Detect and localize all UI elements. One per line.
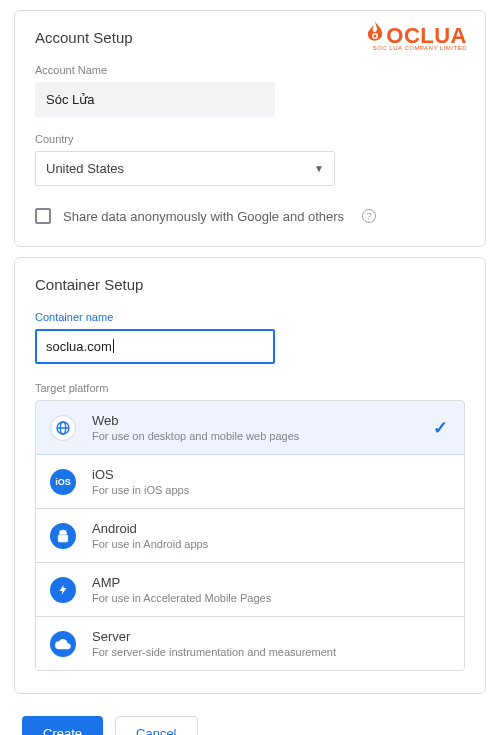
target-platform-label: Target platform xyxy=(35,382,465,394)
flame-icon xyxy=(365,21,385,45)
account-name-label: Account Name xyxy=(35,64,465,76)
country-select[interactable]: United States ▼ xyxy=(35,151,335,186)
share-data-checkbox[interactable] xyxy=(35,208,51,224)
account-setup-card: OCLUA SOC LUA COMPANY LIMITED Account Se… xyxy=(14,10,486,247)
platform-title: Server xyxy=(92,629,336,644)
platform-title: Android xyxy=(92,521,208,536)
platform-desc: For use on desktop and mobile web pages xyxy=(92,430,299,442)
platform-desc: For use in Accelerated Mobile Pages xyxy=(92,592,271,604)
platform-title: Web xyxy=(92,413,299,428)
cancel-button[interactable]: Cancel xyxy=(115,716,197,735)
container-setup-card: Container Setup Container name soclua.co… xyxy=(14,257,486,694)
account-name-input[interactable]: Sóc Lửa xyxy=(35,82,275,117)
android-icon xyxy=(50,523,76,549)
ios-icon: iOS xyxy=(50,469,76,495)
container-name-input[interactable]: soclua.com xyxy=(35,329,275,364)
platform-desc: For use in Android apps xyxy=(92,538,208,550)
help-icon[interactable]: ? xyxy=(362,209,376,223)
text-cursor-icon xyxy=(113,339,114,353)
platform-title: iOS xyxy=(92,467,189,482)
container-name-label: Container name xyxy=(35,311,465,323)
share-data-label: Share data anonymously with Google and o… xyxy=(63,209,344,224)
container-name-value: soclua.com xyxy=(46,339,112,354)
platform-desc: For server-side instrumentation and meas… xyxy=(92,646,336,658)
chevron-down-icon: ▼ xyxy=(314,163,324,174)
country-value: United States xyxy=(46,161,124,176)
platform-option-android[interactable]: Android For use in Android apps xyxy=(36,508,464,562)
brand-logo: OCLUA SOC LUA COMPANY LIMITED xyxy=(365,21,467,51)
brand-subtitle: SOC LUA COMPANY LIMITED xyxy=(365,45,467,51)
container-setup-title: Container Setup xyxy=(35,276,465,293)
cloud-icon xyxy=(50,631,76,657)
platform-title: AMP xyxy=(92,575,271,590)
bolt-icon xyxy=(50,577,76,603)
svg-point-1 xyxy=(373,35,376,38)
globe-icon xyxy=(50,415,76,441)
action-buttons: Create Cancel xyxy=(22,716,486,735)
country-label: Country xyxy=(35,133,465,145)
platform-desc: For use in iOS apps xyxy=(92,484,189,496)
platform-option-server[interactable]: Server For server-side instrumentation a… xyxy=(36,616,464,670)
platform-option-web[interactable]: Web For use on desktop and mobile web pa… xyxy=(35,400,465,455)
platform-option-ios[interactable]: iOS iOS For use in iOS apps xyxy=(36,454,464,508)
create-button[interactable]: Create xyxy=(22,716,103,735)
check-icon: ✓ xyxy=(433,417,448,439)
platform-list: Web For use on desktop and mobile web pa… xyxy=(35,400,465,671)
platform-option-amp[interactable]: AMP For use in Accelerated Mobile Pages xyxy=(36,562,464,616)
